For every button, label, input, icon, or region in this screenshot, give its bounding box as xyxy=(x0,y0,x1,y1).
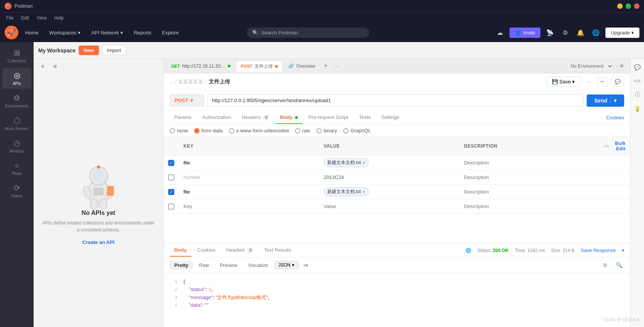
row2-checkbox[interactable] xyxy=(164,173,179,182)
row2-description-input[interactable] xyxy=(464,174,595,180)
body-option-urlencoded[interactable]: x-www-form-urlencoded xyxy=(229,128,289,133)
graphql-radio[interactable] xyxy=(343,128,349,133)
row2-checkbox-input[interactable] xyxy=(168,174,174,181)
body-option-none[interactable]: none xyxy=(170,128,188,133)
overview-tab[interactable]: 🔗 Overview xyxy=(284,61,320,71)
body-option-graphql[interactable]: GraphQL xyxy=(343,128,371,133)
sidebar-item-monitors[interactable]: ◷ Monitors xyxy=(2,135,31,156)
save-response-chevron-icon[interactable]: ▾ xyxy=(622,248,624,253)
row3-file-remove-icon[interactable]: ✕ xyxy=(362,190,365,194)
row3-checkbox[interactable]: ✓ xyxy=(164,187,179,197)
urlencoded-radio[interactable] xyxy=(229,128,234,133)
sidebar-item-flows[interactable]: ⟐ Flows xyxy=(2,158,31,179)
binary-radio[interactable] xyxy=(316,128,322,133)
row1-file-remove-icon[interactable]: ✕ xyxy=(362,161,365,165)
view-tab-preview[interactable]: Preview xyxy=(215,261,242,270)
right-lightbulb-icon[interactable]: 💡 xyxy=(632,103,643,114)
menu-help[interactable]: Help xyxy=(54,15,64,21)
close-button[interactable]: × xyxy=(634,3,639,9)
maximize-button[interactable]: □ xyxy=(626,3,631,9)
upgrade-button[interactable]: Upgrade ▾ xyxy=(605,28,639,38)
row4-key[interactable] xyxy=(179,202,319,211)
new-button[interactable]: New xyxy=(79,46,99,55)
environment-eye-icon[interactable]: 👁 xyxy=(616,61,627,72)
filter-icon[interactable]: ≡ xyxy=(50,62,60,71)
import-button[interactable]: Import xyxy=(102,46,126,55)
subtab-headers[interactable]: Headers 8 xyxy=(237,111,274,124)
wrap-button[interactable]: ⇒ xyxy=(300,260,311,270)
window-controls[interactable]: − □ × xyxy=(617,3,639,9)
right-comment-icon[interactable]: 💬 xyxy=(632,62,643,73)
row4-checkbox[interactable] xyxy=(164,202,179,211)
row1-checkbox-input[interactable]: ✓ xyxy=(168,160,174,166)
subtab-tests[interactable]: Tests xyxy=(354,111,375,124)
row4-description[interactable] xyxy=(459,202,600,211)
save-response-button[interactable]: Save Response xyxy=(581,247,616,253)
row4-description-input[interactable] xyxy=(464,203,595,209)
cookies-link[interactable]: Cookies xyxy=(606,115,624,120)
satellite-icon[interactable]: 📡 xyxy=(544,27,556,38)
request-tab-post[interactable]: POST 文件上传 xyxy=(236,60,283,72)
row4-checkbox-input[interactable] xyxy=(168,203,174,210)
resp-tab-test-results[interactable]: Test Results xyxy=(260,244,296,257)
row3-checkbox-input[interactable]: ✓ xyxy=(168,189,174,195)
url-input[interactable] xyxy=(207,94,584,107)
body-option-raw[interactable]: raw xyxy=(295,128,310,133)
sync-icon[interactable]: ☁ xyxy=(494,27,506,38)
subtab-params[interactable]: Params xyxy=(170,111,196,124)
none-radio[interactable] xyxy=(170,128,175,133)
subtab-settings[interactable]: Settings xyxy=(377,111,404,124)
copy-response-button[interactable]: ⧉ xyxy=(600,260,610,270)
subtab-pre-request-script[interactable]: Pre-request Script xyxy=(304,111,353,124)
menu-edit[interactable]: Edit xyxy=(21,15,29,21)
menu-view[interactable]: View xyxy=(37,15,47,21)
search-bar[interactable]: 🔍 Search Postman xyxy=(247,28,369,38)
row1-description-input[interactable] xyxy=(464,160,595,166)
new-tab-button[interactable]: + xyxy=(321,60,331,72)
request-tab-get[interactable]: GET http://172.16.11.33:... xyxy=(167,61,235,71)
reports-nav-button[interactable]: Reports xyxy=(130,28,155,37)
raw-radio[interactable] xyxy=(295,128,300,133)
subtab-body[interactable]: Body xyxy=(276,111,302,124)
breadcrumb-comment-button[interactable]: 💬 xyxy=(611,77,624,86)
environment-select[interactable]: No Environment xyxy=(566,61,613,71)
row4-value-input[interactable] xyxy=(324,203,455,209)
sidebar-item-environments[interactable]: ⚙ Environments xyxy=(2,90,31,111)
right-code-icon[interactable]: </> xyxy=(632,76,643,86)
home-nav-button[interactable]: Home xyxy=(21,28,42,37)
view-tab-visualize[interactable]: Visualize xyxy=(243,261,273,270)
bell-icon[interactable]: 🔔 xyxy=(575,27,586,38)
row3-description[interactable] xyxy=(459,187,600,196)
invite-button[interactable]: 👤 Invite xyxy=(509,28,540,38)
search-response-button[interactable]: 🔍 xyxy=(613,260,624,270)
breadcrumb-edit-button[interactable]: ✏ xyxy=(597,77,608,86)
minimize-button[interactable]: − xyxy=(617,3,623,9)
sidebar-item-history[interactable]: ⟳ History xyxy=(2,180,31,201)
row2-description[interactable] xyxy=(459,173,600,182)
save-button[interactable]: 💾 Save ▾ xyxy=(546,76,581,87)
breadcrumb-more-button[interactable]: ··· xyxy=(584,77,594,86)
row4-value[interactable] xyxy=(319,202,459,211)
resp-tab-headers[interactable]: Headers 8 xyxy=(221,244,258,257)
more-tabs-button[interactable]: ··· xyxy=(332,62,342,71)
row1-description[interactable] xyxy=(459,158,600,167)
subtab-authorization[interactable]: Authorization xyxy=(198,111,236,124)
menu-file[interactable]: File xyxy=(6,15,13,21)
view-tab-pretty[interactable]: Pretty xyxy=(170,261,193,270)
view-tab-raw[interactable]: Raw xyxy=(195,261,214,270)
resp-tab-body[interactable]: Body xyxy=(170,244,191,257)
method-select[interactable]: POST ▾ xyxy=(170,94,204,106)
row4-key-input[interactable] xyxy=(183,203,315,209)
create-api-link[interactable]: Create an API xyxy=(82,239,114,245)
workspaces-nav-button[interactable]: Workspaces ▾ xyxy=(45,28,84,37)
settings-icon[interactable]: ⚙ xyxy=(560,27,571,38)
body-option-binary[interactable]: binary xyxy=(316,128,337,133)
sidebar-item-apis[interactable]: ◎ APIs xyxy=(2,68,31,89)
row1-checkbox[interactable]: ✓ xyxy=(164,158,179,168)
sidebar-item-mock-servers[interactable]: ⬡ Mock Servers xyxy=(2,113,31,134)
resp-tab-cookies[interactable]: Cookies xyxy=(193,244,220,257)
bulk-edit-label[interactable]: Bulk Edit xyxy=(612,141,626,151)
avatar-icon[interactable]: 🌐 xyxy=(590,27,602,38)
explore-nav-button[interactable]: Explore xyxy=(158,28,183,37)
send-button[interactable]: Send ▾ xyxy=(587,94,624,107)
